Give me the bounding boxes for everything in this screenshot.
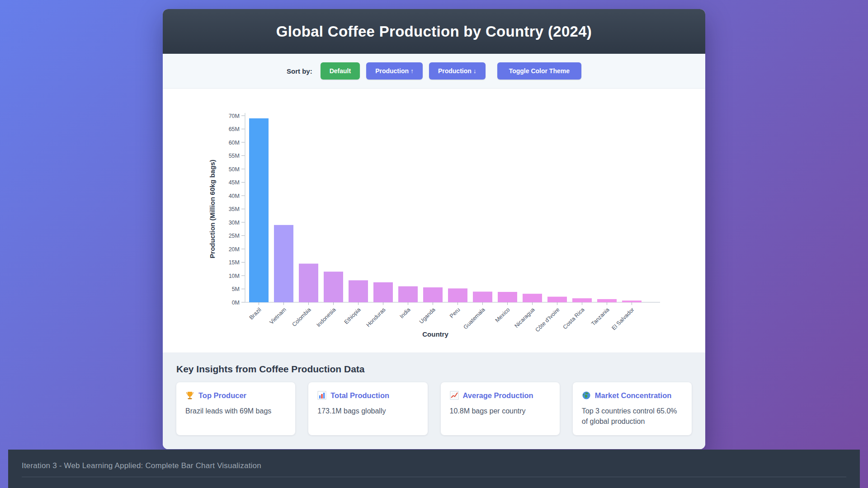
- y-tick-label: 65M: [229, 126, 240, 132]
- bar-indonesia[interactable]: [324, 272, 343, 302]
- insight-card-text: Brazil leads with 69M bags: [185, 406, 286, 416]
- insight-cards: Top Producer Brazil leads with 69M bags …: [176, 382, 692, 435]
- x-tick-label: Ethiopia: [343, 306, 362, 325]
- bar-peru[interactable]: [448, 288, 467, 302]
- bar-honduras[interactable]: [373, 282, 393, 302]
- y-tick-label: 15M: [229, 259, 240, 266]
- x-tick-label: El Salvador: [611, 306, 636, 331]
- insight-card-title: Average Production: [463, 391, 533, 400]
- bar-costa-rica[interactable]: [572, 298, 592, 302]
- insight-card-market-concentration: Market Concentration Top 3 countries con…: [573, 382, 692, 435]
- x-tick-label: Indonesia: [315, 306, 337, 328]
- bar-brazil[interactable]: [249, 118, 269, 302]
- chart-increasing-icon: [450, 391, 459, 400]
- x-tick-label: India: [399, 306, 412, 319]
- y-tick-label: 30M: [229, 220, 240, 226]
- insight-card-text: Top 3 countries control 65.0% of global …: [582, 406, 683, 427]
- bar-guatemala[interactable]: [473, 291, 492, 302]
- insight-card-title: Top Producer: [198, 391, 246, 400]
- insights-heading: Key Insights from Coffee Production Data: [176, 364, 692, 375]
- insight-card-top-producer: Top Producer Brazil leads with 69M bags: [176, 382, 295, 435]
- y-tick-label: 50M: [229, 166, 240, 173]
- bar-c-te-d-ivoire[interactable]: [547, 297, 567, 302]
- insight-card-text: 10.8M bags per country: [450, 406, 551, 416]
- bar-el-salvador[interactable]: [622, 300, 642, 302]
- bar-uganda[interactable]: [423, 287, 443, 302]
- globe-icon: [582, 391, 591, 400]
- insights-section: Key Insights from Coffee Production Data…: [163, 352, 705, 449]
- insight-card-title: Market Concentration: [595, 391, 672, 400]
- x-tick-label: Peru: [448, 306, 462, 319]
- sort-production-asc-button[interactable]: Production ↑: [366, 62, 423, 80]
- y-tick-label: 45M: [229, 179, 240, 186]
- bar-mexico[interactable]: [498, 292, 517, 302]
- insight-card-total-production: Total Production 173.1M bags globally: [308, 382, 427, 435]
- bar-india[interactable]: [398, 286, 418, 302]
- page-title: Global Coffee Production by Country (202…: [276, 23, 592, 40]
- x-tick-label: Tanzania: [590, 306, 610, 327]
- toggle-color-theme-button[interactable]: Toggle Color Theme: [497, 62, 581, 80]
- chart-section: 0M5M10M15M20M25M30M35M40M45M50M55M60M65M…: [163, 89, 705, 352]
- y-tick-label: 5M: [232, 286, 240, 292]
- x-tick-label: Côte d'Ivoire: [534, 306, 561, 333]
- card-header: Global Coffee Production by Country (202…: [163, 9, 705, 54]
- status-footer: Iteration 3 - Web Learning Applied: Comp…: [8, 450, 860, 488]
- y-tick-label: 35M: [229, 206, 240, 212]
- x-tick-label: Brazil: [248, 306, 263, 321]
- y-tick-label: 25M: [229, 233, 240, 239]
- bar-ethiopia[interactable]: [349, 280, 368, 302]
- y-tick-label: 10M: [229, 273, 240, 279]
- bar-colombia[interactable]: [299, 263, 318, 302]
- sort-toolbar: Sort by: Default Production ↑ Production…: [163, 54, 705, 89]
- y-tick-label: 60M: [229, 140, 240, 146]
- x-axis-title: Country: [422, 330, 448, 338]
- insight-card-average-production: Average Production 10.8M bags per countr…: [441, 382, 560, 435]
- bar-chart-icon: [317, 391, 326, 400]
- x-tick-label: Mexico: [494, 306, 511, 324]
- bar-nicaragua[interactable]: [523, 294, 542, 302]
- x-tick-label: Vietnam: [268, 306, 287, 325]
- x-tick-label: Colombia: [291, 306, 312, 328]
- trophy-icon: [185, 391, 194, 400]
- bar-vietnam[interactable]: [274, 225, 293, 302]
- x-tick-label: Uganda: [418, 306, 437, 325]
- iteration-status-text: Iteration 3 - Web Learning Applied: Comp…: [22, 461, 846, 470]
- bar-tanzania[interactable]: [597, 299, 617, 302]
- y-tick-label: 55M: [229, 153, 240, 159]
- x-tick-label: Costa Rica: [561, 306, 585, 330]
- y-tick-label: 20M: [229, 246, 240, 253]
- sort-default-button[interactable]: Default: [321, 62, 360, 80]
- y-tick-label: 70M: [229, 113, 240, 119]
- main-card: Global Coffee Production by Country (202…: [163, 9, 705, 449]
- x-tick-label: Guatemala: [462, 306, 486, 330]
- production-bar-chart: 0M5M10M15M20M25M30M35M40M45M50M55M60M65M…: [163, 89, 705, 352]
- y-tick-label: 0M: [232, 300, 240, 306]
- y-axis-title: Production (Million 60kg bags): [208, 160, 216, 258]
- sort-by-label: Sort by:: [287, 67, 312, 75]
- insight-card-title: Total Production: [330, 391, 389, 400]
- footer-divider: [22, 477, 846, 477]
- insight-card-text: 173.1M bags globally: [317, 406, 418, 416]
- x-tick-label: Nicaragua: [513, 306, 536, 329]
- sort-production-desc-button[interactable]: Production ↓: [429, 62, 486, 80]
- y-tick-label: 40M: [229, 193, 240, 199]
- x-tick-label: Honduras: [365, 306, 387, 328]
